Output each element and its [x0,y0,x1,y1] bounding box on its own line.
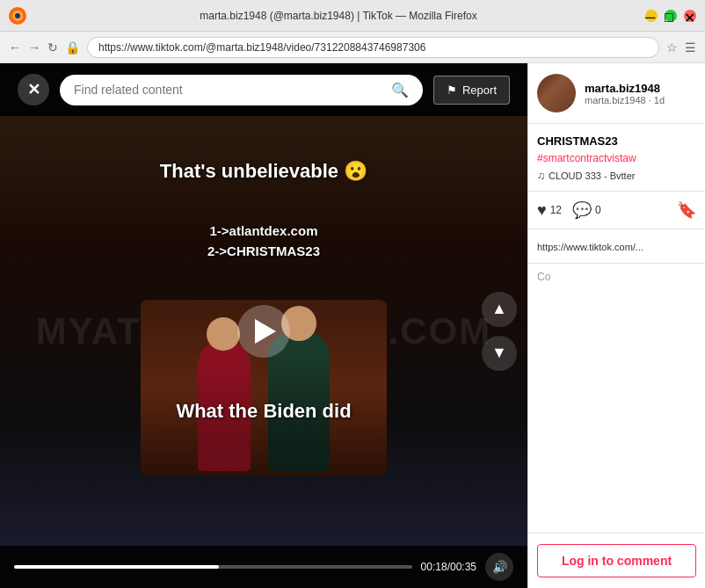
video-time-total: 00:35 [450,561,476,573]
video-area[interactable]: MYATLANTAWARE.COM That's unbelievable 😮 … [0,116,527,546]
caption-area: CHRISTMAS23 #smartcontractvistaw ♫ CLOUD… [528,124,705,192]
browser-icon-area [9,7,32,25]
report-button[interactable]: ⚑ Report [433,76,510,105]
link-area: https://www.tiktok.com/... [528,229,705,264]
url-input[interactable] [87,37,659,58]
video-text-middle: 1->atlantdex.com 2->CHRISTMAS23 [207,221,320,261]
bookmark-star-icon[interactable]: ☆ [666,40,678,54]
address-bar: ← → ↻ 🔒 ☆ ☰ [0,32,705,63]
user-handle: marta.biz1948 · 1d [585,95,696,105]
search-input[interactable] [74,83,384,97]
video-panel: ✕ 🔍 ⚑ Report MYATLANTAWARE.COM That's un… [0,63,527,588]
video-text-middle-line2: 2->CHRISTMAS23 [207,243,320,258]
user-info: marta.biz1948 marta.biz1948 · 1d [585,82,696,105]
refresh-button[interactable]: ↻ [47,40,58,54]
avatar [537,74,576,113]
caption-hashtag[interactable]: #smartcontractvistaw [537,152,696,164]
back-button[interactable]: ← [9,40,21,54]
avatar-image [537,74,576,113]
actions-area: ♥ 12 💬 0 🔖 [528,192,705,229]
report-label: Report [462,83,497,97]
svg-point-2 [15,13,20,18]
like-count: 12 [550,204,562,216]
bookmark-action[interactable]: 🔖 [677,200,696,220]
minimize-button[interactable]: ─ [645,10,658,22]
search-button[interactable]: 🔍 [391,82,409,98]
music-line: ♫ CLOUD 333 - Bvtter [537,170,696,182]
browser-titlebar: marta.biz1948 (@marta.biz1948) | TikTok … [0,0,705,32]
play-icon [255,319,276,344]
like-action[interactable]: ♥ 12 [537,201,562,220]
video-time-current: 00:18 [421,561,447,573]
report-flag-icon: ⚑ [447,83,457,97]
search-input-wrap: 🔍 [60,75,423,105]
video-text-top: That's unbelievable 😮 [0,160,527,183]
share-link[interactable]: https://www.tiktok.com/... [537,242,643,252]
play-button[interactable] [237,305,290,358]
comment-icon: 💬 [572,200,592,220]
video-controls: 00:18/00:35 🔊 [0,546,527,588]
progress-fill [14,565,219,569]
close-search-button[interactable]: ✕ [18,74,49,105]
video-time: 00:18/00:35 [421,561,476,573]
like-icon: ♥ [537,201,547,220]
close-button[interactable]: ✕ [684,10,696,22]
nav-down-button[interactable]: ▼ [482,336,517,371]
maximize-button[interactable]: □ [665,10,677,22]
menu-icon[interactable]: ☰ [685,40,696,54]
login-comment-button[interactable]: Log in to comment [537,544,696,577]
music-note-icon: ♫ [537,170,545,182]
comments-label: Co [528,264,705,290]
music-title: CLOUD 333 - Bvtter [549,171,635,181]
caption-text: CHRISTMAS23 [537,134,618,148]
nav-arrows: ▲ ▼ [482,292,517,371]
username[interactable]: marta.biz1948 [585,82,696,95]
lock-icon: 🔒 [65,40,80,54]
main-content: ✕ 🔍 ⚑ Report MYATLANTAWARE.COM That's un… [0,63,705,588]
firefox-icon [9,7,26,25]
user-header: marta.biz1948 marta.biz1948 · 1d [528,63,705,124]
forward-button[interactable]: → [28,40,40,54]
search-bar-area: ✕ 🔍 ⚑ Report [0,63,527,116]
window-controls: ─ □ ✕ [645,10,696,22]
browser-title: marta.biz1948 (@marta.biz1948) | TikTok … [32,10,645,22]
comment-count: 0 [595,204,601,216]
right-panel: marta.biz1948 marta.biz1948 · 1d CHRISTM… [527,63,705,588]
nav-up-button[interactable]: ▲ [482,292,517,327]
comment-action[interactable]: 💬 0 [572,200,601,220]
login-comment-area: Log in to comment [528,533,705,588]
progress-bar[interactable] [14,565,412,569]
video-text-bottom: What the Biden did [0,400,527,423]
volume-button[interactable]: 🔊 [485,553,513,581]
video-text-middle-line1: 1->atlantdex.com [210,223,318,238]
